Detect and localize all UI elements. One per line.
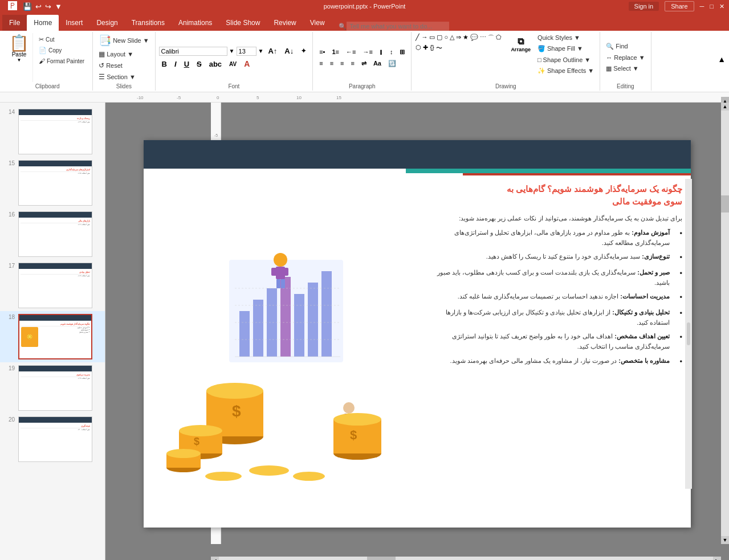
underline-btn[interactable]: U — [181, 59, 192, 70]
font-name-input[interactable] — [159, 47, 227, 56]
font-size-dropdown[interactable]: ▼ — [258, 48, 264, 54]
svg-point-42 — [343, 402, 355, 414]
shape-icon-triangle[interactable]: △ — [449, 33, 455, 43]
slide-thumbnail-17[interactable]: 17 تحلیل بنیادی متن اسلاید ۱۷... — [0, 260, 105, 311]
close-btn[interactable]: ✕ — [719, 3, 724, 10]
undo-quick-btn[interactable]: ↩ — [35, 2, 42, 11]
slide-thumbnail-19[interactable]: 19 مدیریت پرتفوی متن اسلاید ۱۹... — [0, 362, 105, 414]
format-painter-btn[interactable]: 🖌 Format Painter — [36, 56, 87, 66]
paste-btn[interactable]: 📋 Paste ▼ — [6, 33, 33, 82]
tab-review[interactable]: Review — [267, 15, 303, 31]
section-btn[interactable]: ☰ Section ▼ — [96, 72, 138, 82]
text-direction-btn[interactable]: ⇌ — [359, 59, 369, 68]
align-left-btn[interactable]: ≡ — [316, 59, 325, 68]
layout-btn[interactable]: ▦ Layout ▼ — [96, 49, 136, 59]
shape-icon-line[interactable]: ╱ — [415, 33, 420, 43]
increase-indent-btn[interactable]: →≡ — [360, 47, 375, 56]
main-hscrollbar[interactable]: ◄ ► — [211, 557, 721, 560]
quick-styles-btn[interactable]: Quick Styles ▼ — [535, 33, 596, 42]
new-slide-btn[interactable]: 📑 New Slide ▼ — [96, 33, 151, 48]
share-btn[interactable]: Share — [665, 1, 694, 11]
shape-fill-btn[interactable]: 🪣 Shape Fill ▼ — [535, 44, 596, 54]
tab-insert[interactable]: Insert — [59, 15, 89, 31]
slide-thumbnail-14[interactable]: 14 ریسک و بازده متن اسلاید ۱۴... — [0, 106, 105, 157]
strikethrough-btn[interactable]: S — [194, 59, 205, 70]
shape-icon-hex[interactable]: ⬡ — [415, 43, 422, 53]
decrease-indent-btn[interactable]: ←≡ — [343, 47, 359, 56]
slide-canvas[interactable]: چگونه یک سرمایه‌گذار هوشمند شویم؟ گام‌ها… — [144, 140, 691, 528]
font-color-btn[interactable]: A — [241, 58, 252, 70]
font-increase-btn[interactable]: A↑ — [265, 46, 280, 56]
cut-btn[interactable]: ✂ Cut — [36, 35, 87, 44]
font-decrease-btn[interactable]: A↓ — [282, 46, 296, 56]
slide-right-decoration — [685, 179, 692, 489]
shadow-btn[interactable]: abc — [206, 59, 225, 70]
main-scroll-down[interactable]: ▼ — [721, 536, 729, 544]
justify-btn[interactable]: ≡ — [348, 59, 357, 68]
tell-me-input[interactable] — [347, 22, 449, 31]
main-scroll-up[interactable]: ▲ — [721, 103, 729, 111]
line-spacing-btn[interactable]: ↕ — [387, 47, 396, 56]
shape-icon-rect[interactable]: ▭ — [429, 33, 435, 43]
bullets-btn[interactable]: ≡• — [316, 47, 328, 56]
font-name-dropdown[interactable]: ▼ — [229, 48, 235, 54]
maximize-btn[interactable]: □ — [710, 3, 714, 10]
align-right-btn[interactable]: ≡ — [337, 59, 347, 68]
reset-btn[interactable]: ↺ Reset — [96, 60, 125, 71]
main-scrollbar[interactable]: ▲ ▼ — [721, 103, 729, 544]
tab-view[interactable]: View — [303, 15, 332, 31]
tab-animations[interactable]: Animations — [172, 15, 219, 31]
shape-effects-btn[interactable]: ✨ Shape Effects ▼ — [535, 66, 596, 76]
find-btn[interactable]: 🔍 Find — [604, 42, 630, 51]
smartart-btn[interactable]: ⊞ — [397, 47, 408, 57]
tab-design[interactable]: Design — [89, 15, 124, 31]
align-text-btn[interactable]: Aa — [370, 59, 384, 68]
redo-quick-btn[interactable]: ↪ — [45, 2, 51, 11]
hscroll-left[interactable]: ◄ — [211, 557, 219, 560]
smartart2-btn[interactable]: 🔃 — [385, 59, 399, 68]
slide-view: -5 0 5 10 چگونه یک سرمایه‌گذار هوشمند شو… — [105, 103, 729, 560]
tab-slideshow[interactable]: Slide Show — [219, 15, 267, 31]
save-quick-btn[interactable]: 💾 — [23, 2, 32, 11]
tab-file[interactable]: File — [2, 15, 27, 31]
italic-btn[interactable]: I — [172, 59, 180, 70]
shape-icon-curve[interactable]: ⌒ — [487, 33, 495, 43]
slide-thumbnail-15[interactable]: 15 استراتژی‌های سرمایه‌گذاری متن اسلاید … — [0, 157, 105, 209]
shape-icon-brace[interactable]: {} — [429, 43, 434, 53]
shape-outline-btn[interactable]: □ Shape Outline ▼ — [535, 55, 596, 64]
tab-transitions[interactable]: Transitions — [125, 15, 172, 31]
shape-icon-right-arrow[interactable]: ⇒ — [455, 33, 462, 43]
shape-icon-pentagon[interactable]: ⬠ — [495, 33, 502, 43]
shape-icon-callout[interactable]: 💬 — [470, 33, 479, 43]
hscroll-thumb[interactable] — [367, 557, 396, 560]
sign-in-btn[interactable]: Sign in — [629, 2, 659, 11]
char-spacing-btn[interactable]: AV — [226, 60, 239, 68]
cols-btn[interactable]: ⫿ — [377, 47, 386, 56]
shape-icon-more[interactable]: ⋯ — [479, 33, 487, 43]
shape-icon-oval[interactable]: ○ — [443, 33, 449, 43]
customize-quick-btn[interactable]: ▼ — [55, 2, 62, 11]
slide-thumbnail-20[interactable]: 20 نتیجه‌گیری متن اسلاید ۲۰... — [0, 414, 105, 465]
minimize-btn[interactable]: ─ — [700, 3, 704, 10]
numbering-btn[interactable]: 1≡ — [329, 47, 342, 56]
align-center-btn[interactable]: ≡ — [327, 59, 336, 68]
hscroll-right[interactable]: ► — [713, 557, 721, 560]
ribbon-tabs: File Home Insert Design Transitions Anim… — [0, 13, 729, 31]
main-scroll-thumb[interactable] — [721, 195, 729, 212]
replace-btn[interactable]: ↔ Replace ▼ — [604, 53, 647, 62]
font-size-input[interactable] — [237, 47, 256, 56]
shape-icon-cross[interactable]: ✚ — [422, 43, 429, 53]
clear-format-btn[interactable]: ✦ — [298, 46, 309, 56]
slide-thumbnail-18[interactable]: 18 چگونه سرمایه‌گذار هوشمند شویم • آموزش… — [0, 311, 105, 362]
shape-icon-wave[interactable]: 〜 — [435, 43, 443, 53]
shape-icon-arrow[interactable]: → — [421, 33, 428, 43]
shape-icon-star[interactable]: ★ — [462, 33, 469, 43]
copy-btn[interactable]: 📄 Copy — [36, 46, 87, 55]
bold-btn[interactable]: B — [159, 59, 170, 70]
ruler-toggle[interactable]: ▲ — [718, 55, 726, 64]
slide-thumbnail-16[interactable]: 16 بازارهای مالی متن اسلاید ۱۶... — [0, 209, 105, 260]
tab-home[interactable]: Home — [27, 15, 59, 31]
shape-icon-rounded-rect[interactable]: ▢ — [436, 33, 443, 43]
arrange-btn[interactable]: ⧉ Arrange — [508, 33, 533, 56]
select-btn[interactable]: ▦ Select ▼ — [604, 64, 641, 73]
